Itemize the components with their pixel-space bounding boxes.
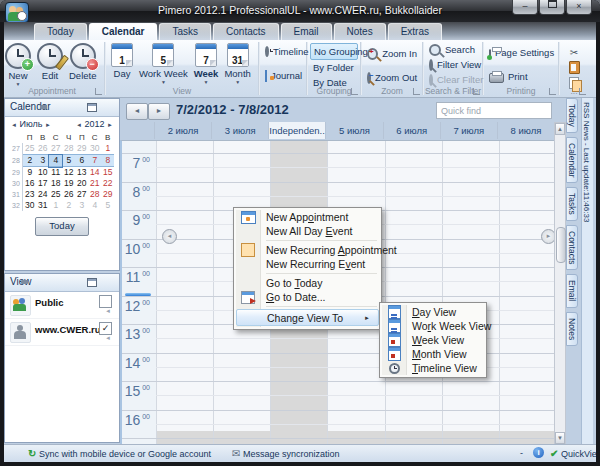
mini-cal-day[interactable]: 9	[23, 167, 37, 179]
dialog-launcher-icon[interactable]	[95, 88, 102, 95]
mini-cal-day[interactable]: 16	[23, 178, 37, 189]
timeline-button[interactable]: Timeline	[262, 44, 304, 59]
menu-item-week-view[interactable]: Week View	[382, 333, 484, 347]
mini-cal-day[interactable]: 26	[36, 143, 49, 155]
tab-today[interactable]: Today	[34, 23, 87, 40]
side-tab-email[interactable]: Email	[566, 274, 578, 307]
grouping-option-by-folder[interactable]: By Folder	[310, 60, 358, 75]
filter-view-button[interactable]: Filter View	[426, 57, 480, 72]
menu-item-month-view[interactable]: Month View	[382, 347, 484, 361]
column-header-3[interactable]: 3 июля	[211, 122, 268, 139]
mini-cal-day[interactable]: 31	[36, 200, 49, 211]
mini-cal-day[interactable]: 19	[62, 178, 75, 189]
prev-year-icon[interactable]: ◄	[76, 122, 82, 128]
collapse-handle-left[interactable]: ◄	[162, 229, 177, 244]
side-tab-calendar[interactable]: Calendar	[566, 137, 578, 184]
scroll-down-icon[interactable]: ▼	[555, 432, 565, 444]
column-header-2[interactable]: 2 июля	[154, 122, 211, 139]
tab-extras[interactable]: Extras	[388, 23, 442, 40]
mini-cal-day[interactable]: 30	[88, 143, 101, 155]
tab-calendar[interactable]: Calendar	[89, 23, 158, 40]
expand-arrow-icon[interactable]: ◄	[105, 335, 111, 341]
menu-item-day-view[interactable]: Day View	[382, 305, 484, 319]
paste-button[interactable]	[562, 61, 586, 74]
mini-cal-day[interactable]: 14	[88, 167, 101, 179]
side-tab-tasks[interactable]: Tasks	[566, 187, 578, 221]
mini-cal-day[interactable]: 7	[88, 155, 101, 167]
mini-cal-day[interactable]: 10	[36, 167, 49, 179]
mini-cal-day[interactable]: 21	[88, 178, 101, 189]
side-tab-notes[interactable]: Notes	[566, 312, 578, 346]
panel-minimize-icon[interactable]	[87, 103, 97, 112]
mini-cal-day[interactable]: 2	[23, 155, 37, 167]
mini-cal-day[interactable]: 28	[88, 189, 101, 200]
mini-cal-day[interactable]: 11	[49, 167, 62, 179]
column-header-6[interactable]: 6 июля	[383, 122, 440, 139]
mini-cal-day[interactable]: 27	[75, 189, 88, 200]
menu-item-timeline-view[interactable]: Timeline View	[382, 361, 484, 375]
message-sync-status[interactable]: ✉ Message syncronization	[232, 448, 339, 459]
mini-cal-day[interactable]: 29	[75, 143, 88, 155]
side-tab-today[interactable]: Today	[566, 98, 578, 133]
sync-status[interactable]: ↻ Sync with mobile device or Google acco…	[28, 448, 211, 459]
panel-minimize-icon[interactable]	[87, 278, 97, 287]
mini-cal-day[interactable]: 15	[101, 167, 114, 179]
expand-arrow-icon[interactable]: ◄	[105, 308, 111, 314]
mini-cal-day[interactable]: 17	[36, 178, 49, 189]
column-header-5[interactable]: 5 июля	[325, 122, 382, 139]
print-button[interactable]: Print	[486, 69, 556, 84]
mini-cal-day[interactable]: 22	[101, 178, 114, 189]
mini-cal-day[interactable]: 12	[62, 167, 75, 179]
mini-cal-day[interactable]: 5	[101, 200, 114, 211]
scrollbar-thumb[interactable]	[556, 227, 566, 263]
dialog-launcher-icon[interactable]	[473, 88, 480, 95]
mini-cal-day[interactable]: 13	[75, 167, 88, 179]
mini-cal-day[interactable]: 24	[36, 189, 49, 200]
mini-cal-day[interactable]: 25	[49, 189, 62, 200]
journal-button[interactable]: Journal	[262, 68, 304, 83]
column-header-8[interactable]: 8 июля	[497, 122, 554, 139]
menu-item-new-appointment[interactable]: New Appointment	[236, 210, 379, 224]
mini-cal-day[interactable]: 4	[49, 155, 62, 167]
mini-cal-day[interactable]: 25	[23, 143, 37, 155]
quickview-status[interactable]: ✔ QuickView	[550, 448, 600, 459]
mini-cal-day[interactable]: 6	[75, 155, 88, 167]
menu-item-go-to-today[interactable]: Go to Today	[236, 276, 379, 290]
mini-cal-day[interactable]: 1	[49, 200, 62, 211]
mini-cal-day[interactable]: 4	[88, 200, 101, 211]
public-checkbox[interactable]	[99, 295, 112, 308]
zoom-in-button[interactable]: + Zoom In	[364, 46, 420, 61]
mini-cal-day[interactable]: 3	[36, 155, 49, 167]
mini-cal-day[interactable]: 26	[62, 189, 75, 200]
work-week-view-button[interactable]: 5 Work Week ▼	[136, 42, 191, 85]
mini-cal-day[interactable]: 8	[101, 155, 114, 167]
close-button[interactable]: ×	[566, 0, 592, 15]
next-month-icon[interactable]: ►	[45, 122, 51, 128]
tab-contacts[interactable]: Contacts	[213, 23, 278, 40]
prev-week-button[interactable]: ◄	[126, 103, 148, 120]
day-view-button[interactable]: 1 Day	[108, 42, 136, 80]
new-appointment-button[interactable]: + New ▼	[2, 42, 34, 87]
grouping-option-no-grouping[interactable]: No Grouping	[310, 43, 358, 60]
menu-item-go-to-date[interactable]: Go to Date...	[236, 290, 379, 304]
dialog-launcher-icon[interactable]	[579, 88, 586, 95]
mini-cal-day[interactable]: 3	[75, 200, 88, 211]
menu-item-new-recurring-appointment[interactable]: New Recurring Appointment	[236, 243, 379, 257]
prev-month-icon[interactable]: ◄	[11, 122, 17, 128]
month-view-button[interactable]: 31 Month ▼	[221, 42, 253, 85]
menu-item-work-week-view[interactable]: Work Week View	[382, 319, 484, 333]
mini-cal-day[interactable]: 28	[62, 143, 75, 155]
collapse-handle-right[interactable]: ►	[541, 229, 554, 244]
tab-tasks[interactable]: Tasks	[159, 23, 211, 40]
clear-filter-button[interactable]: Clear Filter	[426, 72, 480, 87]
mini-cal-day[interactable]: 2	[62, 200, 75, 211]
week-view-button[interactable]: 7 Week ▼	[191, 42, 222, 85]
mini-cal-day[interactable]: 5	[62, 155, 75, 167]
quick-find-input[interactable]	[436, 102, 552, 119]
mini-cal-day[interactable]: 29	[101, 189, 114, 200]
cwer-checkbox[interactable]: ✓	[99, 322, 112, 335]
column-header-7[interactable]: 7 июля	[440, 122, 497, 139]
next-year-icon[interactable]: ►	[107, 122, 113, 128]
tab-email[interactable]: Email	[281, 23, 332, 40]
view-item-public[interactable]: Public ◄	[5, 292, 119, 319]
